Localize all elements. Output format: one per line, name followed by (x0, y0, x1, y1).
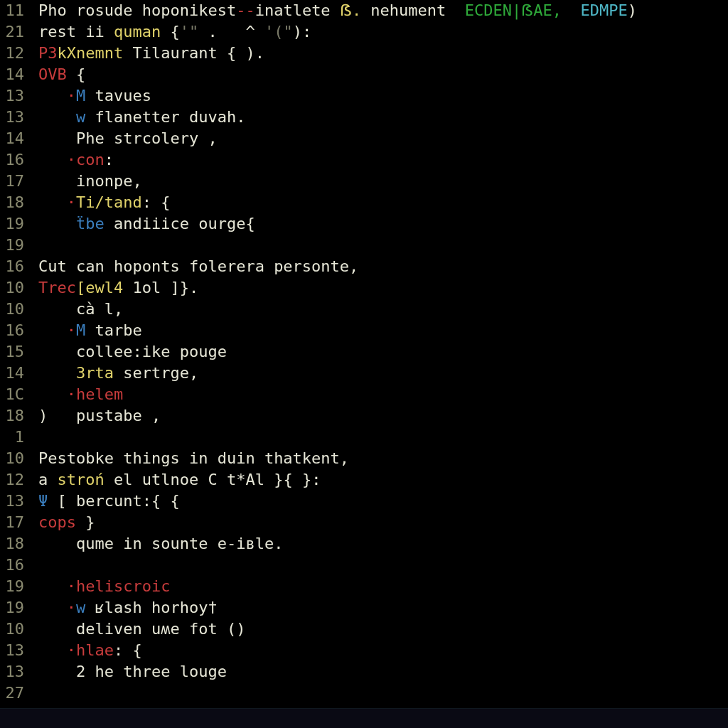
token: deliven uʍe fot () (38, 620, 245, 638)
code-content[interactable]: w flanetter duvah. (38, 107, 728, 128)
code-line[interactable]: 19 ẗbe andiiice ourge{ (0, 213, 728, 235)
code-line[interactable]: 27 (0, 682, 728, 704)
token: helem (76, 385, 123, 403)
line-number: 13 (0, 661, 28, 682)
code-line[interactable]: 18 qume in sounte e-iвle. (0, 533, 728, 555)
line-number: 19 (0, 235, 28, 256)
code-line[interactable]: 14OVB { (0, 64, 728, 85)
token (38, 193, 67, 211)
code-content[interactable]: inonpe, (38, 171, 728, 192)
code-line[interactable]: 10Trec[ewl4 1ol ]}. (0, 277, 728, 299)
code-line[interactable]: 12a stroń el utlnoe C t*Al }{ }: (0, 469, 728, 491)
code-content[interactable]: collee:ike pouge (38, 341, 728, 363)
token: cà l, (38, 300, 123, 318)
code-content[interactable]: deliven uʍe fot () (38, 619, 728, 640)
code-line[interactable]: 17 inonpe, (0, 171, 728, 192)
line-number: 15 (0, 341, 28, 363)
token: · (67, 577, 76, 595)
code-line[interactable]: 18 ·Ti/tand: { (0, 192, 728, 213)
code-content[interactable] (38, 555, 728, 576)
code-content[interactable]: Pho rosude hoponikest--inatlete ẞ. nehum… (38, 0, 728, 21)
code-content[interactable]: Trec[ewl4 1ol ]}. (38, 277, 728, 299)
token (38, 599, 67, 616)
code-line[interactable]: 19 ·w ʁlash horhoy† (0, 597, 728, 619)
code-line[interactable]: 15 collee:ike pouge (0, 341, 728, 363)
code-line[interactable]: 1C ·helem (0, 384, 728, 405)
code-line[interactable]: 10 cà l, (0, 299, 728, 320)
line-number: 19 (0, 213, 28, 235)
code-line[interactable]: 1 (0, 427, 728, 448)
code-content[interactable]: 2 he three louge (38, 661, 728, 682)
code-content[interactable]: rest ii quman {'" . ^ '("): (38, 21, 728, 43)
code-content[interactable] (38, 235, 728, 256)
code-line[interactable]: 10Pestobke things in duin thatkent, (0, 448, 728, 469)
code-content[interactable]: Pestobke things in duin thatkent, (38, 448, 728, 469)
token (38, 684, 48, 702)
code-line[interactable]: 13 ·hlae: { (0, 640, 728, 661)
code-line[interactable]: 19 (0, 235, 728, 256)
token: 2 he three louge (38, 663, 227, 680)
token: ẞ. (340, 1, 361, 19)
code-line[interactable]: 12P3kXnemnt Tilaurant { ). (0, 43, 728, 64)
code-editor[interactable]: 11Pho rosude hoponikest--inatlete ẞ. neh… (0, 0, 728, 728)
code-line[interactable]: 17cops } (0, 512, 728, 533)
line-number: 14 (0, 128, 28, 149)
token: ECDEN|ẞAE, (465, 1, 562, 19)
token: P3 (38, 44, 58, 62)
code-content[interactable]: cops } (38, 512, 728, 533)
token: · (67, 87, 76, 105)
code-line[interactable]: 16 ·con: (0, 149, 728, 171)
token: ʁlash horhoy† (85, 599, 217, 616)
code-content[interactable]: a stroń el utlnoe C t*Al }{ }: (38, 469, 728, 491)
line-number: 13 (0, 491, 28, 512)
code-content[interactable]: Phe strcolery , (38, 128, 728, 149)
code-content[interactable]: ·Ti/tand: { (38, 192, 728, 213)
token: [ewl4 (76, 279, 132, 296)
code-content[interactable]: ·w ʁlash horhoy† (38, 597, 728, 619)
code-line[interactable]: 18) pustabe , (0, 405, 728, 427)
code-line[interactable]: 16 ·M tarbe (0, 320, 728, 341)
code-line[interactable]: 10 deliven uʍe fot () (0, 619, 728, 640)
code-content[interactable]: ) pustabe , (38, 405, 728, 427)
token: . ^ (198, 23, 264, 41)
code-content[interactable]: qume in sounte e-iвle. (38, 533, 728, 555)
code-content[interactable]: cà l, (38, 299, 728, 320)
line-number: 18 (0, 533, 28, 555)
code-line[interactable]: 16Cut can hoponts folerera personte, (0, 256, 728, 277)
code-content[interactable]: 3rta sertrge, (38, 363, 728, 384)
token (38, 364, 76, 382)
code-line[interactable]: 11Pho rosude hoponikest--inatlete ẞ. neh… (0, 0, 728, 21)
token: : (105, 151, 114, 168)
code-content[interactable]: Cut can hoponts folerera personte, (38, 256, 728, 277)
code-content[interactable]: Ψ [ bercunt:{ { (38, 491, 728, 512)
code-content[interactable]: ·con: (38, 149, 728, 171)
code-line[interactable]: 13 ·M tavues (0, 85, 728, 107)
code-line[interactable]: 14 Phe strcolery , (0, 128, 728, 149)
code-content[interactable] (38, 427, 728, 448)
code-line[interactable]: 13 w flanetter duvah. (0, 107, 728, 128)
code-content[interactable]: ·hlae: { (38, 640, 728, 661)
code-line[interactable]: 16 (0, 555, 728, 576)
token: EDMPE (581, 1, 628, 19)
token (38, 151, 67, 168)
code-line[interactable]: 21rest ii quman {'" . ^ '("): (0, 21, 728, 43)
token: M (76, 87, 85, 105)
code-content[interactable]: ·M tarbe (38, 320, 728, 341)
code-content[interactable]: ẗbe andiiice ourge{ (38, 213, 728, 235)
token: con (76, 151, 105, 168)
line-number: 13 (0, 107, 28, 128)
code-content[interactable]: ·heliscroic (38, 576, 728, 597)
code-line[interactable]: 13Ψ [ bercunt:{ { (0, 491, 728, 512)
code-line[interactable]: 13 2 he three louge (0, 661, 728, 682)
code-content[interactable]: ·M tavues (38, 85, 728, 107)
token (38, 236, 48, 254)
code-line[interactable]: 19 ·heliscroic (0, 576, 728, 597)
code-content[interactable]: OVB { (38, 64, 728, 85)
code-content[interactable] (38, 682, 728, 704)
code-content[interactable]: P3kXnemnt Tilaurant { ). (38, 43, 728, 64)
code-content[interactable]: ·helem (38, 384, 728, 405)
code-line[interactable]: 14 3rta sertrge, (0, 363, 728, 384)
token: collee:ike pouge (38, 343, 227, 360)
code-area[interactable]: 11Pho rosude hoponikest--inatlete ẞ. neh… (0, 0, 728, 708)
token: : { (114, 641, 142, 659)
